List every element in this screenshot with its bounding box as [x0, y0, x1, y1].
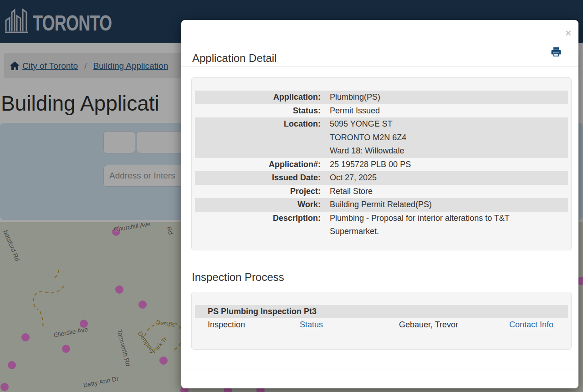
detail-row-label: Location: [195, 117, 330, 158]
detail-row-value: 25 195728 PLB 00 PS [330, 158, 548, 172]
detail-row-value: Plumbing - Proposal for interior alterat… [330, 212, 548, 239]
inspection-panel: PS Plumbing Inspection Pt3 Inspection St… [191, 292, 572, 350]
print-icon[interactable] [551, 46, 562, 57]
modal-header-divider [181, 66, 578, 67]
modal-footer-divider [181, 368, 578, 368]
detail-row-value: Retail Store [330, 185, 548, 199]
detail-row-label: Project: [195, 185, 330, 199]
detail-row-value: 5095 YONGE ST TORONTO M2N 6Z4 Ward 18: W… [330, 117, 548, 158]
detail-row-label: Work: [195, 198, 330, 212]
detail-row-value: Building Permit Related(PS) [330, 198, 548, 212]
detail-row: Description:Plumbing - Proposal for inte… [195, 212, 568, 239]
detail-row: Location:5095 YONGE ST TORONTO M2N 6Z4 W… [195, 117, 568, 158]
inspection-group-title: PS Plumbing Inspection Pt3 [195, 305, 568, 318]
detail-row-label: Status: [195, 104, 330, 118]
page: TORONTO City of Toronto / Building Appli… [0, 0, 583, 392]
detail-row-label: Description: [195, 212, 330, 239]
detail-row-value: Oct 27, 2025 [330, 171, 548, 185]
close-icon[interactable]: × [565, 28, 571, 38]
detail-row-value: Permit Issued [330, 104, 548, 118]
detail-row-label: Application#: [195, 158, 330, 172]
application-detail-table: Application:Plumbing(PS)Status:Permit Is… [191, 77, 572, 250]
status-link[interactable]: Status [300, 320, 323, 329]
detail-row: Application:Plumbing(PS) [195, 91, 568, 104]
contact-info-link[interactable]: Contact Info [509, 320, 553, 329]
inspection-row: Inspection Status Gebauer, Trevor Contac… [195, 319, 568, 331]
detail-row: Application#:25 195728 PLB 00 PS [195, 158, 568, 172]
modal-title: Application Detail [192, 52, 276, 65]
detail-row-value: Plumbing(PS) [330, 91, 548, 104]
application-detail-modal: Application Detail × Application:Plumbin… [181, 20, 578, 388]
detail-row: Status:Permit Issued [195, 104, 568, 118]
inspector-name: Gebauer, Trevor [399, 319, 509, 331]
inspection-type: Inspection [195, 319, 300, 331]
detail-row-label: Application: [195, 91, 330, 104]
detail-row-label: Issued Date: [195, 171, 330, 185]
detail-row: Issued Date:Oct 27, 2025 [195, 171, 568, 185]
detail-row: Work:Building Permit Related(PS) [195, 198, 568, 212]
detail-row: Project:Retail Store [195, 185, 568, 199]
inspection-process-heading: Inspection Process [192, 271, 284, 284]
